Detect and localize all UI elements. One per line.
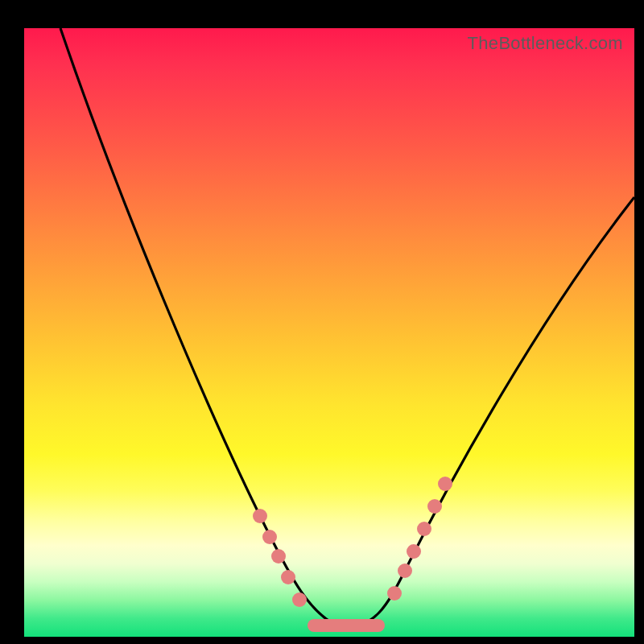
marker-dot — [387, 586, 402, 601]
marker-dot — [262, 530, 277, 544]
marker-dot — [427, 499, 442, 514]
curve-path — [60, 28, 634, 628]
watermark-label: TheBottleneck.com — [468, 33, 623, 54]
marker-dot — [292, 592, 307, 607]
marker-dot — [398, 564, 412, 578]
marker-dot — [438, 477, 452, 491]
marker-dot — [407, 544, 421, 559]
bottleneck-curve — [24, 28, 634, 637]
chart-frame: TheBottleneck.com — [7, 7, 637, 637]
marker-dot — [271, 549, 286, 564]
marker-dot — [281, 570, 295, 584]
marker-dot — [253, 509, 267, 523]
marker-dot — [417, 522, 431, 536]
chart-gradient-background: TheBottleneck.com — [24, 28, 634, 637]
